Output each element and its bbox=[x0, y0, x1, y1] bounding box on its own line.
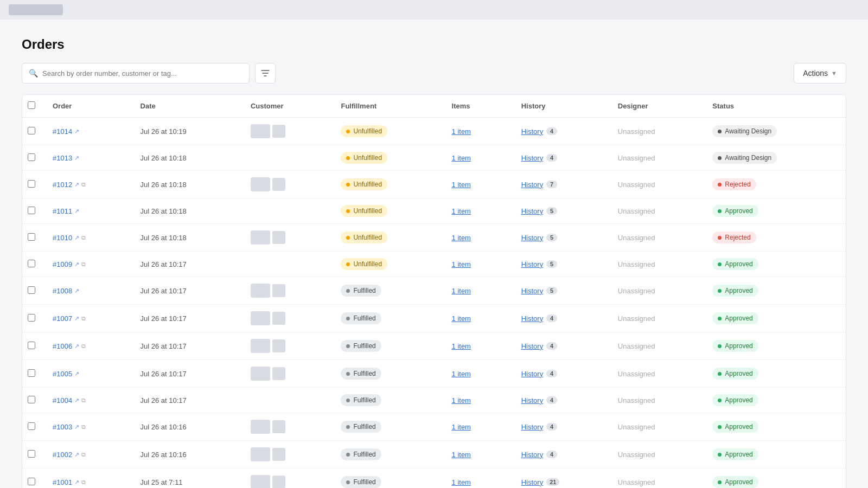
avatar bbox=[272, 339, 285, 352]
row-checkbox-2[interactable] bbox=[28, 180, 35, 188]
items-link[interactable]: 1 item bbox=[452, 451, 471, 459]
order-link[interactable]: #1012 bbox=[53, 181, 72, 189]
fulfillment-badge: Fulfilled bbox=[341, 448, 381, 460]
row-checkbox-8[interactable] bbox=[28, 342, 35, 349]
fulfillment-cell: Fulfilled bbox=[332, 360, 443, 388]
order-link[interactable]: #1005 bbox=[53, 370, 72, 378]
items-link[interactable]: 1 item bbox=[452, 396, 471, 404]
avatar bbox=[251, 230, 270, 245]
history-link[interactable]: History bbox=[521, 181, 543, 189]
customer-cell bbox=[242, 360, 332, 388]
items-link[interactable]: 1 item bbox=[452, 370, 471, 378]
history-link[interactable]: History bbox=[521, 451, 543, 459]
order-link[interactable]: #1004 bbox=[53, 396, 72, 404]
table-row: #1003↗⧉Jul 26 at 10:16Fulfilled1 itemHis… bbox=[22, 413, 846, 441]
order-link[interactable]: #1010 bbox=[53, 234, 72, 242]
history-link[interactable]: History bbox=[521, 260, 543, 268]
row-checkbox-3[interactable] bbox=[28, 207, 35, 214]
avatar bbox=[272, 231, 285, 244]
fulfillment-dot bbox=[346, 289, 350, 293]
header-customer: Customer bbox=[242, 95, 332, 118]
history-link[interactable]: History bbox=[521, 314, 543, 323]
main-content: Orders 🔍 Actions ▼ Order Date bbox=[0, 20, 868, 488]
status-badge: Rejected bbox=[712, 178, 756, 190]
header-history: History bbox=[513, 95, 609, 118]
search-input[interactable] bbox=[42, 69, 242, 78]
orders-table: Order Date Customer Fulfillment Items Hi… bbox=[22, 95, 846, 488]
copy-icon[interactable]: ⧉ bbox=[81, 343, 86, 350]
items-link[interactable]: 1 item bbox=[452, 478, 471, 486]
items-link[interactable]: 1 item bbox=[452, 207, 471, 215]
filter-button[interactable] bbox=[255, 63, 276, 84]
items-link[interactable]: 1 item bbox=[452, 287, 471, 295]
order-link[interactable]: #1002 bbox=[53, 451, 72, 459]
copy-icon[interactable]: ⧉ bbox=[81, 261, 86, 268]
items-link[interactable]: 1 item bbox=[452, 181, 471, 189]
status-dot bbox=[718, 209, 722, 213]
items-link[interactable]: 1 item bbox=[452, 342, 471, 350]
row-checkbox-4[interactable] bbox=[28, 233, 35, 241]
history-link[interactable]: History bbox=[521, 396, 543, 404]
history-link[interactable]: History bbox=[521, 342, 543, 350]
row-checkbox-7[interactable] bbox=[28, 314, 35, 322]
order-link[interactable]: #1006 bbox=[53, 342, 72, 350]
actions-button[interactable]: Actions ▼ bbox=[794, 63, 846, 84]
items-link[interactable]: 1 item bbox=[452, 423, 471, 431]
avatar bbox=[272, 284, 285, 297]
history-link[interactable]: History bbox=[521, 287, 543, 295]
row-checkbox-10[interactable] bbox=[28, 396, 35, 403]
copy-icon[interactable]: ⧉ bbox=[81, 315, 86, 322]
history-link[interactable]: History bbox=[521, 207, 543, 215]
items-link[interactable]: 1 item bbox=[452, 314, 471, 323]
copy-icon[interactable]: ⧉ bbox=[81, 451, 86, 458]
copy-icon[interactable]: ⧉ bbox=[81, 479, 86, 486]
order-link[interactable]: #1009 bbox=[53, 260, 72, 268]
status-dot bbox=[718, 262, 722, 266]
row-checkbox-9[interactable] bbox=[28, 369, 35, 377]
items-link[interactable]: 1 item bbox=[452, 260, 471, 268]
history-link[interactable]: History bbox=[521, 154, 543, 162]
designer-cell: Unassigned bbox=[609, 468, 704, 489]
row-checkbox-1[interactable] bbox=[28, 153, 35, 161]
customer-avatar-group bbox=[251, 284, 323, 298]
designer-cell: Unassigned bbox=[609, 198, 704, 224]
row-checkbox-cell bbox=[22, 441, 44, 468]
copy-icon[interactable]: ⧉ bbox=[81, 181, 86, 188]
status-cell: Awaiting Design bbox=[704, 145, 846, 171]
copy-icon[interactable]: ⧉ bbox=[81, 234, 86, 241]
items-link[interactable]: 1 item bbox=[452, 127, 471, 136]
order-cell: #1004↗⧉ bbox=[44, 388, 132, 413]
order-link[interactable]: #1008 bbox=[53, 287, 72, 295]
items-link[interactable]: 1 item bbox=[452, 234, 471, 242]
order-link[interactable]: #1014 bbox=[53, 127, 72, 136]
history-cell: History5 bbox=[513, 224, 609, 252]
order-link[interactable]: #1007 bbox=[53, 314, 72, 323]
row-checkbox-cell bbox=[22, 305, 44, 332]
row-checkbox-0[interactable] bbox=[28, 127, 35, 134]
customer-avatar-group bbox=[251, 177, 323, 191]
history-link[interactable]: History bbox=[521, 478, 543, 486]
items-cell: 1 item bbox=[443, 388, 513, 413]
order-link[interactable]: #1013 bbox=[53, 154, 72, 162]
table-row: #1011↗Jul 26 at 10:18Unfulfilled1 itemHi… bbox=[22, 198, 846, 224]
history-link[interactable]: History bbox=[521, 234, 543, 242]
row-checkbox-11[interactable] bbox=[28, 422, 35, 430]
order-link[interactable]: #1001 bbox=[53, 478, 72, 486]
order-link[interactable]: #1011 bbox=[53, 207, 72, 215]
row-checkbox-12[interactable] bbox=[28, 450, 35, 458]
date-cell: Jul 26 at 10:16 bbox=[132, 413, 242, 441]
select-all-checkbox[interactable] bbox=[28, 101, 35, 109]
fulfillment-badge: Unfulfilled bbox=[341, 178, 387, 190]
history-link[interactable]: History bbox=[521, 127, 543, 136]
row-checkbox-13[interactable] bbox=[28, 478, 35, 485]
items-link[interactable]: 1 item bbox=[452, 154, 471, 162]
history-link[interactable]: History bbox=[521, 370, 543, 378]
copy-icon[interactable]: ⧉ bbox=[81, 397, 86, 404]
copy-icon[interactable]: ⧉ bbox=[81, 423, 86, 431]
row-checkbox-6[interactable] bbox=[28, 286, 35, 294]
row-checkbox-5[interactable] bbox=[28, 260, 35, 267]
status-label: Awaiting Design bbox=[725, 127, 771, 135]
fulfillment-badge: Unfulfilled bbox=[341, 258, 387, 270]
order-link[interactable]: #1003 bbox=[53, 423, 72, 431]
history-link[interactable]: History bbox=[521, 423, 543, 431]
